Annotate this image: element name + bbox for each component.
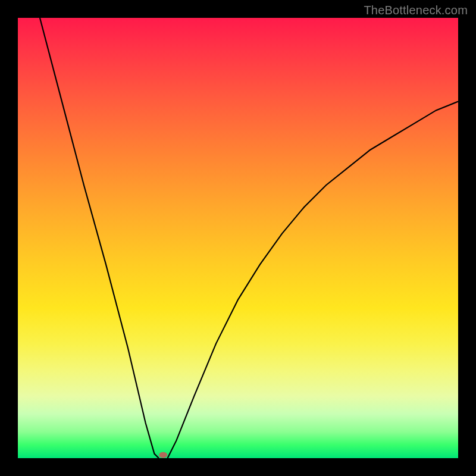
- watermark-text: TheBottleneck.com: [364, 4, 468, 17]
- curve-left-branch: [40, 18, 159, 458]
- chart-svg: [18, 18, 458, 458]
- minimum-marker-icon: [159, 452, 167, 458]
- curve-right-branch: [168, 102, 458, 458]
- outer-frame: TheBottleneck.com: [0, 0, 476, 476]
- plot-area: [18, 18, 458, 458]
